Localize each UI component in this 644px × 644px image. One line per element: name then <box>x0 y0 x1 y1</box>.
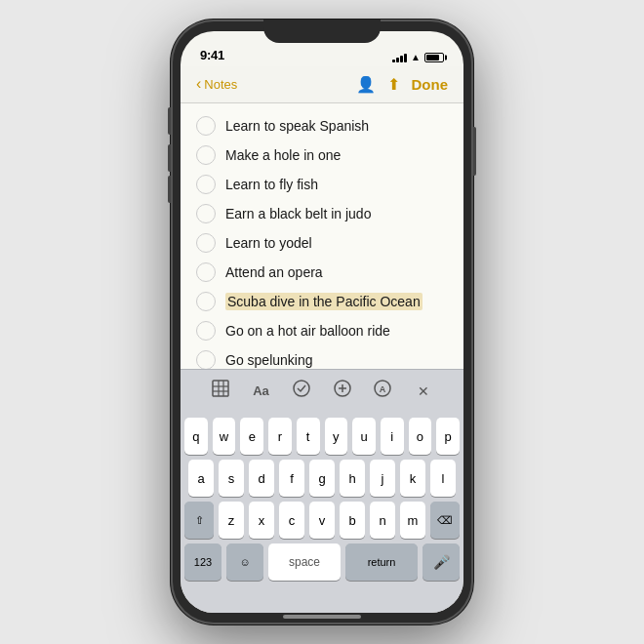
key-x[interactable]: x <box>249 502 274 539</box>
key-v[interactable]: v <box>309 502 335 539</box>
key-y[interactable]: y <box>325 418 348 455</box>
list-item-selected: Scuba dive in the Pacific Ocean <box>181 287 463 316</box>
font-size-icon[interactable]: Aa <box>246 383 275 398</box>
share-icon[interactable]: ⬆ <box>387 75 400 94</box>
numbers-key[interactable]: 123 <box>184 543 221 581</box>
space-key[interactable]: space <box>268 543 341 581</box>
key-l[interactable]: l <box>430 460 456 497</box>
checkbox-3[interactable] <box>196 175 216 194</box>
close-keyboard-icon[interactable]: ✕ <box>409 383 438 399</box>
item-text-3: Learn to fly fish <box>225 176 318 193</box>
checkbox-5[interactable] <box>196 233 216 253</box>
key-d[interactable]: d <box>249 460 274 497</box>
item-text-7[interactable]: Scuba dive in the Pacific Ocean <box>225 293 423 310</box>
phone-wrapper: 9:41 ▲ ‹ Not <box>171 20 473 624</box>
key-s[interactable]: s <box>219 460 244 497</box>
key-u[interactable]: u <box>352 418 376 455</box>
add-icon[interactable] <box>328 379 357 403</box>
item-text-2: Make a hole in one <box>225 146 341 164</box>
key-h[interactable]: h <box>340 460 365 497</box>
table-icon[interactable] <box>206 379 235 403</box>
phone-frame: 9:41 ▲ ‹ Not <box>171 20 473 624</box>
list-item: Make a hole in one <box>181 141 463 170</box>
wifi-icon: ▲ <box>411 52 421 62</box>
keyboard-row-1: q w e r t y u i o p <box>184 418 460 455</box>
format-text-icon[interactable]: A <box>368 379 397 403</box>
key-p[interactable]: p <box>436 418 460 455</box>
svg-rect-0 <box>213 381 228 396</box>
checkbox-8[interactable] <box>196 321 216 341</box>
key-g[interactable]: g <box>309 460 335 497</box>
formatting-toolbar: Aa A <box>181 369 463 412</box>
key-t[interactable]: t <box>297 418 320 455</box>
key-b[interactable]: b <box>340 502 365 539</box>
emoji-key[interactable]: ☺ <box>226 543 263 581</box>
item-text-1: Learn to speak Spanish <box>225 117 369 135</box>
home-indicator <box>283 615 361 619</box>
checklist-content: Learn to speak Spanish Make a hole in on… <box>181 103 463 369</box>
svg-text:A: A <box>380 384 386 394</box>
battery-icon <box>424 53 444 62</box>
user-icon[interactable]: 👤 <box>356 75 376 94</box>
list-item: Earn a black belt in judo <box>181 199 463 228</box>
keyboard-row-3: ⇧ z x c v b n m ⌫ <box>184 502 460 539</box>
status-time: 9:41 <box>200 48 224 62</box>
item-text-6: Attend an opera <box>225 263 323 281</box>
back-button[interactable]: ‹ Notes <box>196 76 237 93</box>
key-m[interactable]: m <box>400 502 425 539</box>
checkbox-2[interactable] <box>196 145 216 165</box>
keyboard[interactable]: q w e r t y u i o p a s d f g h <box>181 412 463 589</box>
list-item: Attend an opera <box>181 258 463 287</box>
checkbox-7[interactable] <box>196 292 216 311</box>
item-text-4: Earn a black belt in judo <box>225 205 371 222</box>
key-q[interactable]: q <box>184 418 208 455</box>
checkbox-1[interactable] <box>196 116 216 136</box>
bottom-bar <box>181 589 463 613</box>
back-arrow-icon: ‹ <box>196 75 201 93</box>
notch <box>263 20 381 43</box>
nav-bar: ‹ Notes 👤 ⬆ Done <box>181 66 463 103</box>
screen: 9:41 ▲ ‹ Not <box>181 31 463 613</box>
mic-key[interactable]: 🎤 <box>423 543 460 581</box>
list-item: Go on a hot air balloon ride <box>181 316 463 345</box>
done-button[interactable]: Done <box>412 76 449 93</box>
key-f[interactable]: f <box>279 460 304 497</box>
checkbox-6[interactable] <box>196 262 216 282</box>
checkbox-4[interactable] <box>196 204 216 223</box>
back-label: Notes <box>204 77 237 92</box>
key-o[interactable]: o <box>409 418 432 455</box>
key-z[interactable]: z <box>219 502 244 539</box>
key-w[interactable]: w <box>213 418 236 455</box>
key-a[interactable]: a <box>188 460 214 497</box>
list-item: Learn to fly fish <box>181 170 463 199</box>
status-icons: ▲ <box>392 52 444 62</box>
nav-right-controls: 👤 ⬆ Done <box>356 75 449 94</box>
list-item: Learn to yodel <box>181 228 463 258</box>
list-item: Go spelunking <box>181 345 463 369</box>
key-e[interactable]: e <box>240 418 263 455</box>
key-j[interactable]: j <box>370 460 395 497</box>
keyboard-row-4: 123 ☺ space return 🎤 <box>184 543 460 581</box>
item-text-9: Go spelunking <box>225 351 313 369</box>
delete-key[interactable]: ⌫ <box>430 502 460 539</box>
return-key[interactable]: return <box>345 543 418 581</box>
svg-point-5 <box>294 381 309 396</box>
key-n[interactable]: n <box>370 502 395 539</box>
checklist-icon[interactable] <box>287 379 316 403</box>
keyboard-row-2: a s d f g h j k l <box>184 460 460 497</box>
key-i[interactable]: i <box>381 418 404 455</box>
shift-key[interactable]: ⇧ <box>184 502 214 539</box>
checkbox-9[interactable] <box>196 350 216 369</box>
list-item: Learn to speak Spanish <box>181 111 463 141</box>
item-text-5: Learn to yodel <box>225 234 312 252</box>
key-r[interactable]: r <box>268 418 292 455</box>
item-text-8: Go on a hot air balloon ride <box>225 322 390 340</box>
signal-icon <box>392 53 407 62</box>
key-k[interactable]: k <box>400 460 425 497</box>
key-c[interactable]: c <box>279 502 304 539</box>
